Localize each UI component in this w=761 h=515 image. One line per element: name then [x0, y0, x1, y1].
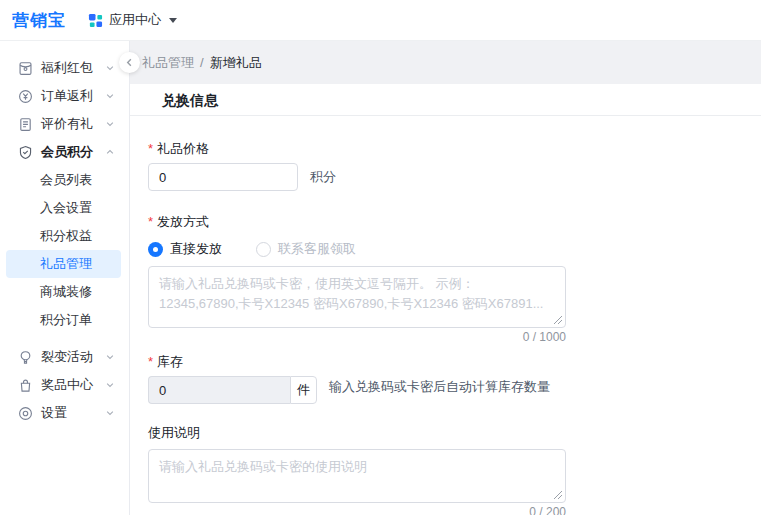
sidebar: 福利红包 订单返利 评价有礼: [0, 41, 130, 515]
review-gift-icon: [18, 117, 33, 132]
top-bar: 营销宝 应用中心: [0, 0, 761, 41]
sidebar-subitem-points-orders[interactable]: 积分订单: [0, 306, 129, 334]
gift-form: * 礼品价格 积分 * 发放方式 直接发放: [130, 116, 761, 515]
sidebar-subitem-mall-decoration[interactable]: 商城装修: [0, 278, 129, 306]
chevron-down-icon: [105, 380, 115, 390]
sidebar-item-label: 订单返利: [41, 87, 105, 105]
breadcrumb-separator: /: [200, 55, 204, 70]
app-grid-icon: [88, 13, 103, 28]
price-unit-label: 积分: [310, 168, 336, 186]
sidebar-item-member-points[interactable]: 会员积分: [0, 138, 129, 166]
chevron-down-icon: [105, 408, 115, 418]
app-logo: 营销宝: [12, 9, 66, 32]
stock-unit-addon: 件: [290, 376, 317, 404]
radio-direct-dispatch[interactable]: 直接发放: [148, 240, 222, 258]
settings-icon: [18, 406, 33, 421]
chevron-down-icon: [105, 119, 115, 129]
redeem-codes-textarea[interactable]: [148, 266, 566, 328]
sidebar-item-label: 奖品中心: [41, 376, 105, 394]
exchange-info-card: 兑换信息 * 礼品价格 积分 * 发放方式: [130, 84, 761, 515]
sidebar-item-prize-center[interactable]: 奖品中心: [0, 371, 129, 399]
usage-instructions-textarea[interactable]: [148, 449, 566, 503]
breadcrumb-parent[interactable]: 礼品管理: [142, 54, 194, 72]
gift-price-input[interactable]: [148, 163, 298, 191]
gift-price-label: * 礼品价格: [148, 140, 761, 157]
stock-input[interactable]: [148, 376, 290, 404]
sidebar-subitem-member-list[interactable]: 会员列表: [0, 166, 129, 194]
chevron-left-icon: [125, 58, 134, 67]
breadcrumb-bar: 礼品管理 / 新增礼品: [130, 41, 761, 84]
codes-char-counter: 0 / 1000: [148, 330, 566, 345]
dispatch-method-label: * 发放方式: [148, 213, 761, 230]
red-packet-icon: [18, 61, 33, 76]
chevron-down-icon: [105, 63, 115, 73]
sidebar-item-label: 裂变活动: [41, 348, 105, 366]
sidebar-item-label: 设置: [41, 404, 105, 422]
section-title: 兑换信息: [130, 84, 761, 116]
sidebar-item-order-rebate[interactable]: 订单返利: [0, 82, 129, 110]
member-points-icon: [18, 145, 33, 160]
required-marker: *: [148, 141, 153, 156]
sidebar-subitem-gift-management[interactable]: 礼品管理: [6, 250, 121, 278]
sidebar-item-settings[interactable]: 设置: [0, 399, 129, 427]
stock-hint: 输入兑换码或卡密后自动计算库存数量: [329, 378, 550, 396]
sidebar-subitem-points-rights[interactable]: 积分权益: [0, 222, 129, 250]
sidebar-item-review-gift[interactable]: 评价有礼: [0, 110, 129, 138]
sidebar-item-fission-activity[interactable]: 裂变活动: [0, 343, 129, 371]
required-marker: *: [148, 214, 153, 229]
sidebar-subitem-join-settings[interactable]: 入会设置: [0, 194, 129, 222]
chevron-down-icon: [105, 352, 115, 362]
prize-center-icon: [18, 378, 33, 393]
fission-activity-icon: [18, 350, 33, 365]
radio-contact-service[interactable]: 联系客服领取: [256, 240, 356, 258]
sidebar-item-label: 会员积分: [41, 143, 105, 161]
breadcrumb-current: 新增礼品: [210, 54, 262, 72]
rebate-icon: [18, 89, 33, 104]
content-area: 礼品管理 / 新增礼品 兑换信息 * 礼品价格 积分 * 发放方式: [130, 41, 761, 515]
usage-char-counter: 0 / 200: [148, 505, 566, 515]
usage-instructions-label: 使用说明: [148, 424, 761, 441]
radio-unchecked-icon: [256, 242, 271, 257]
sidebar-item-label: 福利红包: [41, 59, 105, 77]
sidebar-item-label: 评价有礼: [41, 115, 105, 133]
app-center-menu[interactable]: 应用中心: [88, 11, 177, 29]
chevron-down-icon: [169, 18, 177, 23]
required-marker: *: [148, 354, 153, 369]
sidebar-collapse-button[interactable]: [119, 52, 140, 73]
app-center-label: 应用中心: [109, 11, 161, 29]
sidebar-item-welfare-redpacket[interactable]: 福利红包: [0, 54, 129, 82]
stock-label: * 库存: [148, 353, 761, 370]
chevron-down-icon: [105, 91, 115, 101]
chevron-up-icon: [105, 147, 115, 157]
radio-checked-icon: [148, 242, 163, 257]
